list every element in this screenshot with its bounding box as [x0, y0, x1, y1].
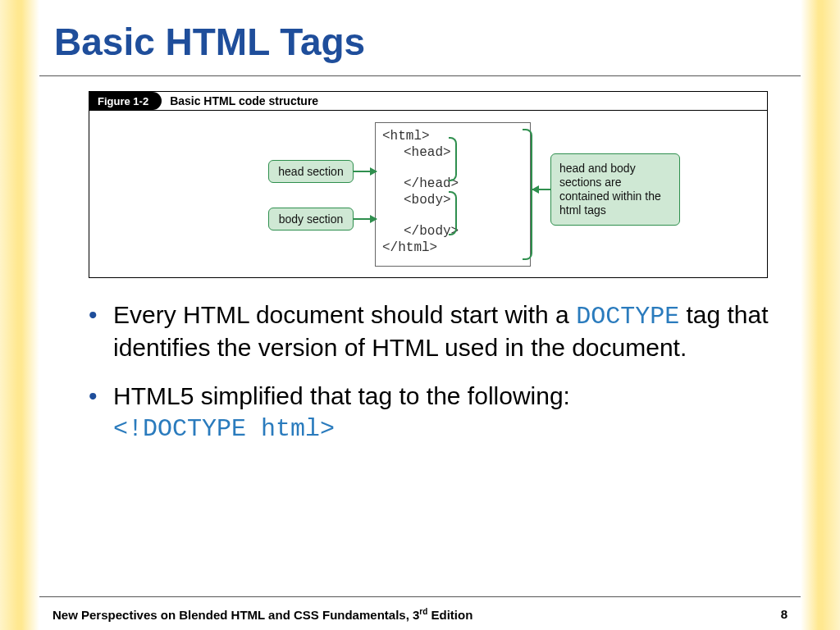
inline-code: <!DOCTYPE html> — [113, 415, 335, 443]
bullet-item: HTML5 simplified that tag to the followi… — [89, 381, 771, 445]
slide-content: Basic HTML Tags Figure 1-2 Basic HTML co… — [39, 0, 801, 630]
title-rule — [39, 75, 801, 76]
slide-title: Basic HTML Tags — [39, 0, 801, 72]
side-gradient-left — [0, 0, 39, 630]
figure-body: <html> <head> </head> <body> </body> </h… — [89, 111, 768, 278]
bullet-list: Every HTML document should start with a … — [89, 299, 771, 445]
code-line: </html> — [382, 240, 523, 256]
arrow-icon — [354, 218, 377, 220]
bullet-text: HTML5 simplified that tag to the followi… — [113, 382, 570, 409]
footer-book-title: New Perspectives on Blended HTML and CSS… — [52, 607, 472, 622]
footer-rule — [39, 596, 801, 597]
side-gradient-right — [801, 0, 840, 630]
arrow-icon — [532, 189, 550, 190]
bracket-icon — [523, 129, 532, 260]
footer-page-number: 8 — [781, 607, 788, 622]
bullet-text: Every HTML document should start with a — [113, 301, 576, 328]
callout-html-container: head and body sections are contained wit… — [550, 153, 680, 226]
figure-label: Figure 1-2 — [89, 92, 162, 110]
figure-caption: Basic HTML code structure — [162, 92, 326, 110]
bullet-item: Every HTML document should start with a … — [89, 299, 771, 364]
inline-code: DOCTYPE — [576, 303, 679, 331]
callout-body-section: body section — [268, 208, 354, 231]
bracket-icon — [449, 137, 457, 181]
footer: New Perspectives on Blended HTML and CSS… — [39, 607, 801, 622]
bracket-icon — [449, 191, 457, 235]
callout-head-section: head section — [268, 160, 354, 183]
figure-1-2: Figure 1-2 Basic HTML code structure <ht… — [89, 91, 768, 278]
figure-header: Figure 1-2 Basic HTML code structure — [89, 91, 768, 111]
arrow-icon — [354, 171, 377, 172]
